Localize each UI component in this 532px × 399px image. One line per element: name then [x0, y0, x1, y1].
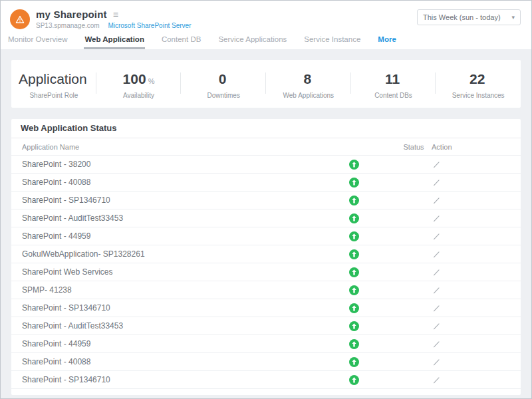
summary-stats-card: Application SharePoint Role 100 % Availa…: [11, 60, 521, 108]
tab-more[interactable]: More: [377, 35, 396, 49]
application-name: SPMP- 41238: [21, 285, 340, 295]
edit-pencil-icon[interactable]: [432, 339, 441, 348]
application-name: GokulWebApplication- SP1328261: [21, 249, 340, 259]
table-body: SharePoint - 38200: [11, 156, 521, 389]
edit-pencil-icon[interactable]: [432, 303, 441, 313]
stat-value: 22: [469, 71, 485, 87]
topbar: my Sharepoint ≡ SP13.spmanage.com Micros…: [1, 1, 531, 34]
time-range-value: This Week (sun - today): [423, 13, 501, 21]
table-row: SharePoint - 44959: [11, 335, 521, 353]
table-row: SharePoint - 38200: [11, 156, 521, 174]
header-block: my Sharepoint ≡ SP13.spmanage.com Micros…: [1, 1, 531, 49]
stat-service-instances: 22 Service Instances: [436, 60, 521, 108]
table-row: SharePoint - 40088: [11, 174, 521, 192]
table-header-row: Application Name Status Action: [11, 138, 521, 156]
stat-label: SharePoint Role: [29, 92, 78, 99]
status-up-arrow-circle-icon: [349, 196, 359, 205]
web-application-status-card: Web Application Status Application Name …: [11, 119, 521, 395]
stat-web-applications: 8 Web Applications: [266, 60, 351, 108]
stat-label: Service Instances: [452, 92, 505, 99]
edit-pencil-icon[interactable]: [432, 231, 441, 241]
tab-web-application[interactable]: Web Application: [84, 35, 144, 49]
status-up-arrow-circle-icon: [349, 178, 359, 188]
table-row: SharePoint - SP1346710: [11, 371, 521, 389]
stat-label: Downtimes: [207, 92, 239, 99]
table-row: SharePoint - AuditTest33453: [11, 209, 521, 227]
table-row: SharePoint Web Services: [11, 263, 521, 281]
column-header-status: Status: [397, 143, 430, 151]
application-name: SharePoint - SP1346710: [21, 196, 340, 205]
stat-label: Web Applications: [283, 92, 334, 99]
table-row: SharePoint - 44959: [11, 227, 521, 245]
time-range-select[interactable]: This Week (sun - today) ▾: [417, 9, 521, 25]
edit-pencil-icon[interactable]: [432, 285, 441, 295]
edit-pencil-icon[interactable]: [432, 178, 441, 187]
application-name: SharePoint - 44959: [21, 231, 340, 241]
stat-value: Application: [19, 71, 87, 87]
tab-service-applications[interactable]: Service Applications: [217, 35, 287, 49]
tab-service-instance[interactable]: Service Instance: [303, 35, 361, 49]
stat-downtimes: 0 Downtimes: [181, 60, 266, 108]
page-title: my Sharepoint: [36, 9, 107, 20]
application-name: SharePoint - 44959: [21, 339, 340, 348]
column-header-application-name: Application Name: [21, 143, 340, 151]
status-up-arrow-circle-icon: [349, 285, 359, 295]
status-up-arrow-circle-icon: [349, 375, 359, 385]
status-up-arrow-circle-icon: [349, 321, 359, 331]
status-up-arrow-circle-icon: [349, 249, 359, 259]
stat-availability: 100 % Availability: [96, 60, 182, 108]
table-row: SPMP- 41238: [11, 281, 521, 299]
edit-pencil-icon[interactable]: [432, 267, 441, 277]
application-name: SharePoint - 38200: [21, 160, 340, 169]
table-row: SharePoint - SP1346710: [11, 192, 521, 209]
tab-bar: Monitor Overview Web Application Content…: [1, 34, 531, 49]
monitor-brand: my Sharepoint ≡ SP13.spmanage.com Micros…: [10, 9, 191, 29]
status-up-arrow-circle-icon: [349, 213, 359, 223]
column-header-action: Action: [430, 143, 470, 151]
status-up-arrow-circle-icon: [349, 357, 359, 367]
application-name: SharePoint - AuditTest33453: [21, 321, 340, 331]
application-name: SharePoint - 40088: [21, 357, 340, 366]
status-up-arrow-circle-icon: [349, 267, 359, 277]
application-name: SharePoint - 40088: [21, 178, 340, 187]
stat-content-dbs: 11 Content DBs: [351, 60, 436, 108]
app-window: my Sharepoint ≡ SP13.spmanage.com Micros…: [0, 0, 532, 399]
stat-value: 11: [385, 71, 400, 87]
status-up-arrow-circle-icon: [349, 339, 359, 349]
stat-value: 8: [303, 71, 311, 87]
application-name: SharePoint - SP1346710: [21, 303, 340, 313]
server-type-link[interactable]: Microsoft SharePoint Server: [108, 22, 191, 29]
host-name: SP13.spmanage.com: [36, 22, 100, 29]
edit-pencil-icon[interactable]: [432, 357, 441, 366]
status-up-arrow-circle-icon: [349, 231, 359, 241]
stat-value: 100: [123, 71, 146, 87]
monitor-status-icon: [10, 9, 30, 29]
chevron-down-icon: ▾: [511, 14, 515, 21]
stat-unit: %: [148, 77, 155, 85]
application-name: SharePoint - SP1346710: [21, 375, 340, 384]
table-title: Web Application Status: [11, 119, 521, 138]
application-name: SharePoint - AuditTest33453: [21, 213, 340, 223]
table-row: SharePoint - AuditTest33453: [11, 317, 521, 335]
application-name: SharePoint Web Services: [21, 267, 340, 277]
edit-pencil-icon[interactable]: [432, 321, 441, 331]
edit-pencil-icon[interactable]: [432, 160, 441, 169]
tab-monitor-overview[interactable]: Monitor Overview: [7, 35, 68, 49]
stat-label: Content DBs: [374, 92, 412, 99]
edit-pencil-icon[interactable]: [432, 213, 441, 223]
edit-pencil-icon[interactable]: [432, 375, 441, 384]
status-up-arrow-circle-icon: [349, 160, 359, 170]
stat-value: 0: [219, 71, 227, 87]
brand-text: my Sharepoint ≡ SP13.spmanage.com Micros…: [36, 9, 191, 29]
edit-pencil-icon[interactable]: [432, 249, 441, 259]
table-row: GokulWebApplication- SP1328261: [11, 245, 521, 263]
status-up-arrow-circle-icon: [349, 303, 359, 313]
table-row: SharePoint - 40088: [11, 353, 521, 371]
edit-pencil-icon[interactable]: [432, 196, 441, 205]
hamburger-menu-icon[interactable]: ≡: [113, 10, 118, 19]
stat-label: Availability: [123, 92, 154, 99]
table-row: SharePoint - SP1346710: [11, 299, 521, 317]
tab-content-db[interactable]: Content DB: [161, 35, 201, 49]
stat-sharepoint-role: Application SharePoint Role: [11, 60, 96, 108]
